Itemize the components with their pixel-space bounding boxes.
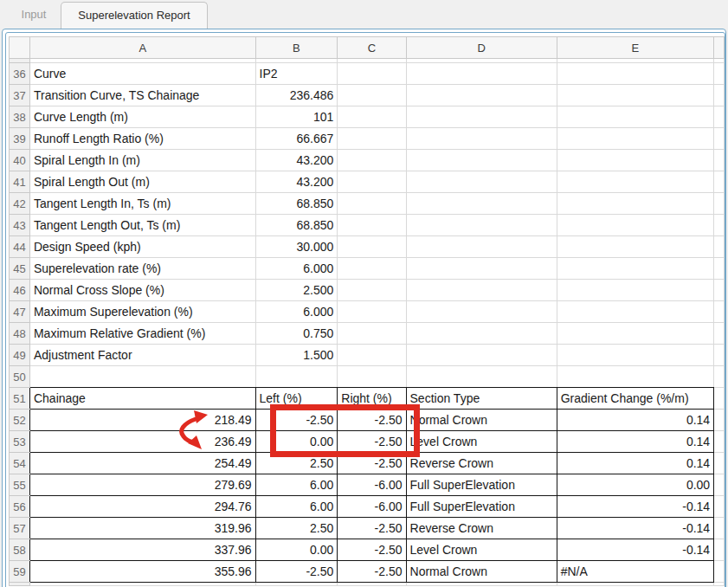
- row-header-36[interactable]: 36: [10, 63, 30, 85]
- row-header-52[interactable]: 52: [10, 410, 30, 431]
- row-header-45[interactable]: 45: [10, 258, 30, 280]
- cell-A53[interactable]: 236.49: [29, 431, 255, 453]
- cell-A41[interactable]: Spiral Length Out (m): [29, 171, 255, 193]
- cell-C40[interactable]: [338, 150, 406, 171]
- cell-A39[interactable]: Runoff Length Ratio (%): [29, 128, 255, 150]
- row-header-59[interactable]: 59: [10, 561, 30, 583]
- cell-D57[interactable]: Reverse Crown: [406, 518, 557, 539]
- cell-B47[interactable]: 6.000: [255, 301, 338, 323]
- cell-A40[interactable]: Spiral Length In (m): [29, 150, 255, 171]
- cell-D39[interactable]: [406, 128, 557, 150]
- cell-A51[interactable]: Chainage: [29, 388, 255, 410]
- cell-C37[interactable]: [338, 85, 406, 106]
- cell-A58[interactable]: 337.96: [29, 539, 255, 561]
- cell-C39[interactable]: [338, 128, 406, 150]
- cell-E47[interactable]: [557, 301, 713, 323]
- cell-D41[interactable]: [406, 171, 557, 193]
- row-header-43[interactable]: 43: [10, 215, 30, 236]
- cell-B39[interactable]: 66.667: [255, 128, 338, 150]
- cell-C50[interactable]: [338, 366, 406, 388]
- cell-D44[interactable]: [406, 236, 557, 258]
- cell-B37[interactable]: 236.486: [255, 85, 338, 106]
- cell-D43[interactable]: [406, 215, 557, 236]
- cell-A46[interactable]: Normal Cross Slope (%): [29, 280, 255, 301]
- row-header-55[interactable]: 55: [10, 474, 30, 496]
- cell-D50[interactable]: [406, 366, 557, 388]
- cell-D51[interactable]: Section Type: [406, 388, 557, 410]
- cell-B41[interactable]: 43.200: [255, 171, 338, 193]
- cell-B51[interactable]: Left (%): [255, 388, 338, 410]
- cell-A54[interactable]: 254.49: [29, 453, 255, 474]
- column-header-a[interactable]: A: [29, 37, 255, 59]
- cell-C45[interactable]: [338, 258, 406, 280]
- cell-E55[interactable]: 0.00: [557, 474, 713, 496]
- cell-E54[interactable]: 0.14: [557, 453, 713, 474]
- cell-A57[interactable]: 319.96: [29, 518, 255, 539]
- cell-E51[interactable]: Gradient Change (%/m): [557, 388, 713, 410]
- tab-input[interactable]: Input: [7, 2, 61, 27]
- cell-A42[interactable]: Tangent Length In, Ts (m): [29, 193, 255, 215]
- cell-B53[interactable]: 0.00: [255, 431, 338, 453]
- cell-B40[interactable]: 43.200: [255, 150, 338, 171]
- cell-B-partial[interactable]: [255, 583, 338, 586]
- cell-B56[interactable]: 6.00: [255, 496, 338, 518]
- cell-D49[interactable]: [406, 345, 557, 366]
- cell-E41[interactable]: [557, 171, 713, 193]
- row-header-41[interactable]: 41: [10, 171, 30, 193]
- cell-E-partial[interactable]: [557, 583, 713, 586]
- cell-B38[interactable]: 101: [255, 106, 338, 128]
- cell-F-partial[interactable]: [714, 583, 725, 586]
- row-header-50[interactable]: 50: [10, 366, 30, 388]
- cell-D58[interactable]: Level Crown: [406, 539, 557, 561]
- tab-superelevation-report[interactable]: Superelevation Report: [61, 2, 208, 29]
- cell-C49[interactable]: [338, 345, 406, 366]
- cell-A50[interactable]: [29, 366, 255, 388]
- cell-A48[interactable]: Maximum Relative Gradient (%): [29, 323, 255, 345]
- cell-E39[interactable]: [557, 128, 713, 150]
- row-header-40[interactable]: 40: [10, 150, 30, 171]
- cell-A55[interactable]: 279.69: [29, 474, 255, 496]
- cell-B48[interactable]: 0.750: [255, 323, 338, 345]
- cell-C59[interactable]: -2.50: [338, 561, 406, 583]
- cell-B55[interactable]: 6.00: [255, 474, 338, 496]
- cell-D53[interactable]: Level Crown: [406, 431, 557, 453]
- cell-C38[interactable]: [338, 106, 406, 128]
- column-header-c[interactable]: C: [338, 37, 406, 59]
- cell-D47[interactable]: [406, 301, 557, 323]
- cell-B45[interactable]: 6.000: [255, 258, 338, 280]
- cell-A45[interactable]: Superelevation rate (%): [29, 258, 255, 280]
- cell-C56[interactable]: -6.00: [338, 496, 406, 518]
- row-header-47[interactable]: 47: [10, 301, 30, 323]
- cell-D45[interactable]: [406, 258, 557, 280]
- cell-E46[interactable]: [557, 280, 713, 301]
- row-header-49[interactable]: 49: [10, 345, 30, 366]
- cell-E40[interactable]: [557, 150, 713, 171]
- cell-C36[interactable]: [338, 63, 406, 85]
- cell-D54[interactable]: Reverse Crown: [406, 453, 557, 474]
- cell-C46[interactable]: [338, 280, 406, 301]
- cell-B50[interactable]: [255, 366, 338, 388]
- cell-B57[interactable]: 2.50: [255, 518, 338, 539]
- cell-E44[interactable]: [557, 236, 713, 258]
- row-header-44[interactable]: 44: [10, 236, 30, 258]
- cell-E50[interactable]: [557, 366, 713, 388]
- cell-C57[interactable]: -2.50: [338, 518, 406, 539]
- cell-E52[interactable]: 0.14: [557, 410, 713, 431]
- column-header-e[interactable]: E: [557, 37, 713, 59]
- cell-E45[interactable]: [557, 258, 713, 280]
- cell-D36[interactable]: [406, 63, 557, 85]
- row-header-42[interactable]: 42: [10, 193, 30, 215]
- cell-B54[interactable]: 2.50: [255, 453, 338, 474]
- cell-E56[interactable]: -0.14: [557, 496, 713, 518]
- cell-C42[interactable]: [338, 193, 406, 215]
- cell-E36[interactable]: [557, 63, 713, 85]
- cell-D56[interactable]: Full SuperElevation: [406, 496, 557, 518]
- cell-B59[interactable]: -2.50: [255, 561, 338, 583]
- cell-E42[interactable]: [557, 193, 713, 215]
- cell-C41[interactable]: [338, 171, 406, 193]
- cell-E48[interactable]: [557, 323, 713, 345]
- cell-A38[interactable]: Curve Length (m): [29, 106, 255, 128]
- row-header-57[interactable]: 57: [10, 518, 30, 539]
- cell-D37[interactable]: [406, 85, 557, 106]
- cell-C51[interactable]: Right (%): [338, 388, 406, 410]
